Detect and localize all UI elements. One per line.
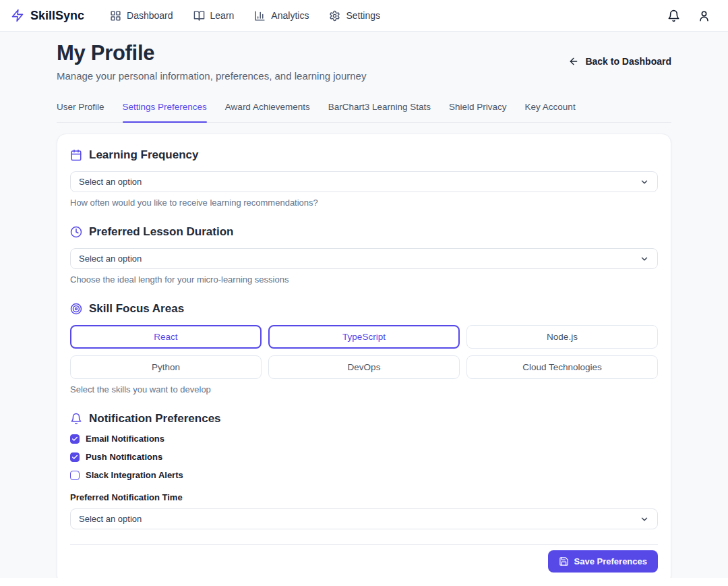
section-title-text: Notification Preferences bbox=[89, 412, 221, 426]
section-heading: Skill Focus Areas bbox=[70, 302, 658, 316]
notification-time-label: Preferred Notification Time bbox=[70, 492, 658, 502]
section-title-text: Preferred Lesson Duration bbox=[89, 225, 233, 239]
nav-item-label: Learn bbox=[210, 10, 235, 21]
calendar-icon bbox=[70, 149, 82, 161]
user-icon[interactable] bbox=[698, 9, 710, 22]
section-title-text: Learning Frequency bbox=[89, 148, 198, 162]
helper-text: Select the skills you want to develop bbox=[70, 384, 658, 394]
section-skill-focus: Skill Focus Areas React TypeScript Node.… bbox=[70, 302, 658, 394]
profile-tabs: User Profile Settings Preferences Award … bbox=[57, 102, 671, 123]
preferences-card: Learning Frequency Select an option How … bbox=[57, 134, 671, 585]
zap-icon bbox=[11, 9, 24, 22]
nav-item-analytics[interactable]: Analytics bbox=[254, 10, 309, 22]
nav-item-label: Dashboard bbox=[127, 10, 173, 21]
checkbox-label: Slack Integration Alerts bbox=[86, 470, 183, 480]
page-header: My Profile Manage your personal informat… bbox=[57, 41, 671, 82]
gear-icon bbox=[329, 10, 340, 22]
footer-strip bbox=[0, 578, 728, 586]
skill-button-typescript[interactable]: TypeScript bbox=[268, 325, 460, 349]
save-icon bbox=[559, 556, 569, 566]
layout-grid-icon bbox=[110, 10, 121, 22]
nav-item-dashboard[interactable]: Dashboard bbox=[110, 10, 173, 22]
top-navbar: SkillSync Dashboard Learn Analytics Sett… bbox=[0, 0, 728, 32]
nav-item-label: Settings bbox=[346, 10, 380, 21]
skill-button-python[interactable]: Python bbox=[70, 355, 262, 379]
tab-learning-stats[interactable]: BarChart3 Learning Stats bbox=[328, 102, 431, 122]
chevron-down-icon bbox=[640, 515, 649, 524]
checkbox-box[interactable] bbox=[70, 452, 80, 462]
check-icon bbox=[71, 436, 78, 442]
skill-button-cloud-technologies[interactable]: Cloud Technologies bbox=[466, 355, 658, 379]
section-title-text: Skill Focus Areas bbox=[89, 302, 184, 316]
select-value: Select an option bbox=[79, 254, 142, 264]
tab-privacy[interactable]: Shield Privacy bbox=[449, 102, 507, 122]
card-divider bbox=[70, 544, 658, 545]
brand-name: SkillSync bbox=[30, 9, 84, 23]
skills-grid: React TypeScript Node.js Python DevOps C… bbox=[70, 325, 658, 379]
target-icon bbox=[70, 303, 82, 315]
nav-item-label: Analytics bbox=[271, 10, 309, 21]
page-subtitle: Manage your personal information, prefer… bbox=[57, 70, 366, 82]
checkbox-box[interactable] bbox=[70, 434, 80, 444]
tab-settings-preferences[interactable]: Settings Preferences bbox=[123, 102, 207, 122]
checkbox-push-notifications[interactable]: Push Notifications bbox=[70, 452, 658, 462]
learning-frequency-select[interactable]: Select an option bbox=[70, 171, 658, 192]
section-lesson-duration: Preferred Lesson Duration Select an opti… bbox=[70, 225, 658, 285]
nav-item-learn[interactable]: Learn bbox=[193, 10, 235, 22]
checkbox-slack-integration-alerts[interactable]: Slack Integration Alerts bbox=[70, 470, 658, 480]
nav-item-settings[interactable]: Settings bbox=[329, 10, 380, 22]
profile-page: My Profile Manage your personal informat… bbox=[57, 32, 671, 585]
checkbox-label: Push Notifications bbox=[86, 452, 162, 462]
tab-account[interactable]: Key Account bbox=[525, 102, 576, 122]
section-heading: Notification Preferences bbox=[70, 412, 658, 426]
chevron-down-icon bbox=[640, 177, 649, 187]
section-heading: Preferred Lesson Duration bbox=[70, 225, 658, 239]
back-to-dashboard-link[interactable]: Back to Dashboard bbox=[568, 56, 671, 67]
page-title: My Profile bbox=[57, 41, 366, 65]
skill-button-nodejs[interactable]: Node.js bbox=[466, 325, 658, 349]
chevron-down-icon bbox=[640, 254, 649, 264]
bell-icon[interactable] bbox=[667, 9, 680, 22]
checkbox-box[interactable] bbox=[70, 471, 80, 480]
notification-time-select[interactable]: Select an option bbox=[70, 508, 658, 529]
check-icon bbox=[71, 454, 78, 461]
section-learning-frequency: Learning Frequency Select an option How … bbox=[70, 148, 658, 208]
navbar-actions bbox=[667, 9, 710, 22]
tab-user-profile[interactable]: User Profile bbox=[57, 102, 104, 122]
bar-chart-icon bbox=[254, 10, 266, 22]
save-preferences-button[interactable]: Save Preferences bbox=[548, 550, 658, 573]
bell-icon bbox=[70, 413, 82, 425]
clock-icon bbox=[70, 226, 82, 238]
brand[interactable]: SkillSync bbox=[11, 9, 84, 23]
helper-text: How often would you like to receive lear… bbox=[70, 198, 658, 208]
arrow-left-icon bbox=[568, 56, 579, 67]
tab-award-achievements[interactable]: Award Achievements bbox=[225, 102, 310, 122]
select-value: Select an option bbox=[79, 177, 142, 187]
select-value: Select an option bbox=[79, 514, 142, 524]
book-open-icon bbox=[193, 10, 205, 22]
page-header-text: My Profile Manage your personal informat… bbox=[57, 41, 366, 82]
skill-button-react[interactable]: React bbox=[70, 325, 262, 349]
main-nav: Dashboard Learn Analytics Settings bbox=[110, 10, 380, 22]
checkbox-label: Email Notifications bbox=[86, 434, 164, 444]
back-link-label: Back to Dashboard bbox=[585, 56, 671, 67]
card-actions: Save Preferences bbox=[70, 550, 658, 573]
helper-text: Choose the ideal length for your micro-l… bbox=[70, 274, 658, 285]
section-heading: Learning Frequency bbox=[70, 148, 658, 162]
lesson-duration-select[interactable]: Select an option bbox=[70, 248, 658, 269]
skill-button-devops[interactable]: DevOps bbox=[268, 355, 460, 379]
save-button-label: Save Preferences bbox=[574, 556, 647, 566]
checkbox-email-notifications[interactable]: Email Notifications bbox=[70, 434, 658, 444]
section-notification-preferences: Notification Preferences Email Notificat… bbox=[70, 412, 658, 529]
